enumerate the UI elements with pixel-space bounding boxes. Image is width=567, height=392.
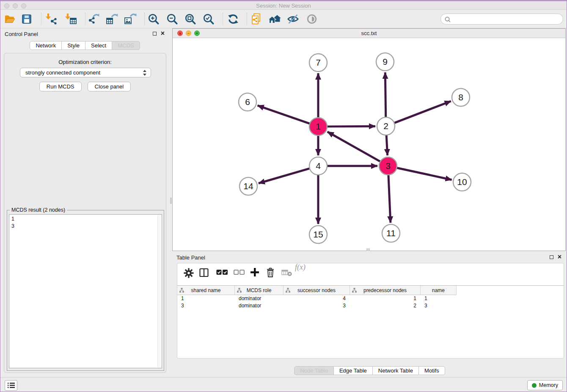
clone-network-button[interactable] [250,13,263,25]
column-header-MCDS-role[interactable]: MCDS role [235,286,284,295]
tab-style[interactable]: Style [61,41,85,50]
zoom-fit-button[interactable] [184,13,197,25]
open-folder-icon [4,14,16,24]
split-panel-button[interactable] [199,268,209,278]
table-cell[interactable]: 3 [284,302,350,309]
zoom-selected-button[interactable] [202,13,215,25]
open-session-button[interactable] [4,14,16,24]
table-cell[interactable]: 3 [177,302,235,309]
zoom-in-icon [147,13,160,25]
deselect-all-button[interactable] [234,270,245,275]
graph-node-10[interactable] [453,173,471,191]
tab-network[interactable]: Network [30,41,62,50]
tab-select[interactable]: Select [85,41,112,50]
home-layout-button[interactable] [268,13,282,25]
tab-edge-table[interactable]: Edge Table [333,366,373,375]
zoom-in-button[interactable] [147,13,160,25]
graph-edge-2-9[interactable] [385,72,385,118]
close-panel-icon[interactable]: × [161,31,165,36]
graph-node-15[interactable] [309,226,327,243]
control-panel-tabs: NetworkStyleSelectMCDS [0,41,170,50]
graph-edge-3-10[interactable] [396,168,452,179]
network-title: scc.txt [173,30,565,36]
graph-node-7[interactable] [309,54,327,72]
table-cell[interactable]: dominator [235,295,284,302]
graph-edge-1-6[interactable] [258,105,310,124]
criterion-dropdown[interactable]: strongly connected component [20,68,151,77]
table-row[interactable]: 3dominator323 [177,302,564,309]
zoom-out-button[interactable] [166,13,179,25]
close-table-panel-icon[interactable]: × [558,255,561,259]
toolbar-separator [144,13,145,25]
export-image-button[interactable] [124,13,137,25]
graph-edge-3-1[interactable] [328,132,381,162]
table-cell[interactable]: dominator [235,302,284,309]
close-panel-button[interactable]: Close panel [88,82,131,91]
add-column-button[interactable] [249,267,260,278]
graph-node-11[interactable] [382,224,400,242]
search-box[interactable] [440,14,563,25]
import-table-button[interactable] [64,13,77,25]
splitter-grip[interactable] [170,198,172,204]
column-header-shared-name[interactable]: shared name [177,286,235,295]
graph-node-1[interactable] [309,118,327,135]
column-header-name[interactable]: name [421,286,457,295]
gear-icon [183,268,194,279]
graph-edge-2-3[interactable] [386,135,388,155]
float-panel-icon[interactable] [153,32,157,36]
criterion-value: strongly connected component [25,69,100,76]
table-cell[interactable]: 2 [350,302,421,309]
memory-button[interactable]: Memory [527,380,563,390]
table-panel-tabs: Node TableEdge TableNetwork TableMotifs [172,366,567,375]
list-icon [8,382,15,389]
run-mcds-button[interactable]: Run MCDS [39,82,82,91]
tab-motifs[interactable]: Motifs [418,366,445,375]
show-hidden-button [306,14,318,25]
import-network-button[interactable] [44,13,58,25]
mcds-result-group: MCDS result (2 nodes) 1 3 [7,210,164,371]
table-cell[interactable]: 3 [421,302,457,309]
hide-selected-button[interactable] [287,14,299,24]
graph-node-3[interactable] [379,157,397,175]
table-cell[interactable]: 1 [350,295,421,302]
result-scrollbar[interactable] [157,215,161,367]
home-icon [268,13,282,25]
graph-edge-3-11[interactable] [388,174,391,223]
search-input[interactable] [453,14,559,24]
tab-node-table[interactable]: Node Table [294,366,334,375]
table-cell[interactable]: 4 [284,295,350,302]
table-settings-button[interactable] [183,268,194,279]
trash-icon [265,267,275,278]
checked-boxes-icon [216,269,228,275]
optimization-criterion-label: Optimization criterion: [4,59,166,65]
graph-edge-4-14[interactable] [259,168,310,183]
column-header-successor-nodes[interactable]: successor nodes [284,286,350,295]
export-table-button[interactable] [106,13,118,25]
save-session-button[interactable] [21,14,32,25]
mcds-result-area[interactable]: 1 3 [9,214,162,368]
graph-node-8[interactable] [452,88,470,106]
export-network-button[interactable] [88,13,100,25]
table-cell[interactable]: 1 [421,295,457,302]
graph-node-6[interactable] [239,93,256,111]
graph-node-14[interactable] [239,177,257,195]
task-history-button[interactable] [5,380,17,391]
refresh-style-button[interactable] [227,13,239,25]
graph-node-2[interactable] [377,117,395,135]
network-canvas[interactable]: 1234678910111415 [173,38,565,251]
table-row[interactable]: 1dominator411 [177,295,564,302]
tab-network-table[interactable]: Network Table [372,366,419,375]
graph-edge-1-2[interactable] [327,126,375,127]
table-cell[interactable]: 1 [177,295,235,302]
graph-node-4[interactable] [309,157,327,175]
table-toolbar: f(x) [177,263,564,283]
zoom-fit-icon [184,13,197,25]
node-table: shared nameMCDS rolesuccessor nodesprede… [177,285,564,309]
select-all-button[interactable] [216,269,228,275]
delete-column-button[interactable] [265,267,275,278]
column-header-predecessor-nodes[interactable]: predecessor nodes [350,286,421,295]
float-table-panel-icon[interactable] [550,255,553,259]
tab-mcds[interactable]: MCDS [112,41,140,50]
graph-node-9[interactable] [376,53,394,71]
graph-edge-2-8[interactable] [394,101,451,123]
